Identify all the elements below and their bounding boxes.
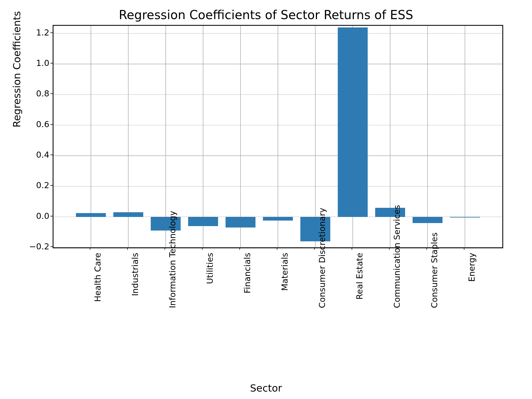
y-tick-mark — [50, 32, 53, 33]
x-tick-label: Communication Services — [392, 253, 402, 308]
gridline-v — [427, 26, 428, 247]
gridline-v — [278, 26, 278, 247]
x-tick-label: Health Care — [93, 253, 103, 308]
bar — [188, 217, 218, 226]
x-tick-mark — [127, 247, 128, 250]
x-tick-label: Information Technology — [168, 253, 177, 308]
x-tick-label: Utilities — [205, 253, 215, 308]
y-tick-mark — [50, 124, 53, 125]
x-tick-mark — [202, 247, 203, 250]
gridline-v — [465, 26, 465, 247]
x-tick-mark — [165, 247, 165, 250]
x-tick-label: Consumer Discretionary — [317, 253, 327, 308]
y-tick-label: 0.2 — [2, 180, 49, 190]
x-tick-label: Consumer Staples — [429, 253, 439, 308]
x-tick-label: Energy — [467, 253, 477, 308]
x-axis-label: Sector — [0, 382, 532, 394]
y-tick-label: 0.8 — [2, 89, 49, 98]
bar — [450, 217, 480, 218]
y-tick-mark — [50, 185, 53, 186]
x-tick-mark — [90, 247, 90, 250]
x-tick-mark — [352, 247, 352, 250]
bar — [263, 217, 293, 221]
y-tick-mark — [50, 93, 53, 94]
x-tick-mark — [314, 247, 315, 250]
x-tick-mark — [239, 247, 240, 250]
gridline-v — [165, 26, 166, 247]
bar — [113, 212, 143, 217]
y-tick-mark — [50, 63, 53, 63]
x-tick-mark — [277, 247, 277, 250]
gridline-v — [203, 26, 203, 247]
bar — [226, 217, 255, 228]
x-tick-label: Materials — [280, 253, 290, 308]
y-tick-label: 0.4 — [2, 150, 49, 160]
x-tick-label: Real Estate — [355, 253, 364, 308]
gridline-v — [240, 26, 241, 247]
y-tick-label: 0.0 — [2, 211, 49, 221]
y-tick-mark — [50, 155, 53, 155]
chart-figure: Regression Coefficients of Sector Return… — [0, 0, 532, 399]
x-tick-label: Industrials — [130, 253, 140, 308]
y-tick-label: 0.6 — [2, 119, 49, 129]
x-tick-mark — [464, 247, 464, 250]
gridline-v — [315, 26, 316, 247]
y-tick-label: 1.0 — [2, 58, 49, 68]
x-tick-mark — [426, 247, 427, 250]
chart-title: Regression Coefficients of Sector Return… — [0, 8, 532, 22]
y-tick-mark — [50, 216, 53, 216]
y-tick-label: −0.2 — [2, 242, 49, 251]
bar — [76, 213, 106, 217]
y-tick-label: 1.2 — [2, 28, 49, 37]
bar — [413, 217, 443, 223]
plot-area — [53, 25, 503, 248]
x-tick-label: Financials — [242, 253, 252, 308]
bar — [338, 27, 368, 217]
x-tick-mark — [389, 247, 390, 250]
y-tick-mark — [50, 246, 53, 247]
